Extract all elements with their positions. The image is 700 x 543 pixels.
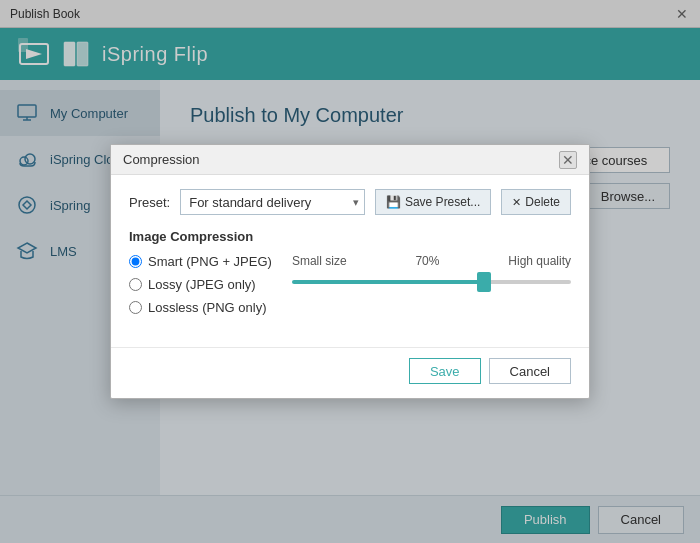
radio-lossy-label: Lossy (JPEG only) bbox=[148, 277, 256, 292]
dialog-body: Preset: For standard delivery 💾 Save Pre… bbox=[111, 175, 589, 347]
preset-label: Preset: bbox=[129, 195, 170, 210]
dialog-close-icon[interactable]: ✕ bbox=[559, 151, 577, 169]
dialog-title: Compression bbox=[123, 152, 200, 167]
preset-select[interactable]: For standard delivery bbox=[180, 189, 365, 215]
radio-smart[interactable]: Smart (PNG + JPEG) bbox=[129, 254, 272, 269]
slider-area: Small size 70% High quality bbox=[292, 254, 571, 329]
radio-lossless[interactable]: Lossless (PNG only) bbox=[129, 300, 272, 315]
save-icon: 💾 bbox=[386, 195, 401, 209]
slider-left-label: Small size bbox=[292, 254, 347, 268]
radio-smart-input[interactable] bbox=[129, 255, 142, 268]
section-title: Image Compression bbox=[129, 229, 571, 244]
delete-icon: ✕ bbox=[512, 196, 521, 209]
save-preset-label: Save Preset... bbox=[405, 195, 480, 209]
delete-label: Delete bbox=[525, 195, 560, 209]
dialog-cancel-button[interactable]: Cancel bbox=[489, 358, 571, 384]
preset-select-wrap: For standard delivery bbox=[180, 189, 365, 215]
dialog-save-button[interactable]: Save bbox=[409, 358, 481, 384]
radio-lossless-label: Lossless (PNG only) bbox=[148, 300, 266, 315]
preset-row: Preset: For standard delivery 💾 Save Pre… bbox=[129, 189, 571, 215]
radio-lossy[interactable]: Lossy (JPEG only) bbox=[129, 277, 272, 292]
slider-labels-row: Small size 70% High quality bbox=[292, 254, 571, 268]
save-preset-button[interactable]: 💾 Save Preset... bbox=[375, 189, 491, 215]
radio-lossless-input[interactable] bbox=[129, 301, 142, 314]
dialog-footer: Save Cancel bbox=[111, 347, 589, 398]
radio-lossy-input[interactable] bbox=[129, 278, 142, 291]
radio-group: Smart (PNG + JPEG) Lossy (JPEG only) Los… bbox=[129, 254, 272, 315]
delete-button[interactable]: ✕ Delete bbox=[501, 189, 571, 215]
slider-right-label: High quality bbox=[508, 254, 571, 268]
quality-slider[interactable] bbox=[292, 280, 571, 284]
slider-center-label: 70% bbox=[415, 254, 439, 268]
modal-overlay: Compression ✕ Preset: For standard deliv… bbox=[0, 0, 700, 543]
compression-dialog: Compression ✕ Preset: For standard deliv… bbox=[110, 144, 590, 399]
radio-smart-label: Smart (PNG + JPEG) bbox=[148, 254, 272, 269]
dialog-titlebar: Compression ✕ bbox=[111, 145, 589, 175]
